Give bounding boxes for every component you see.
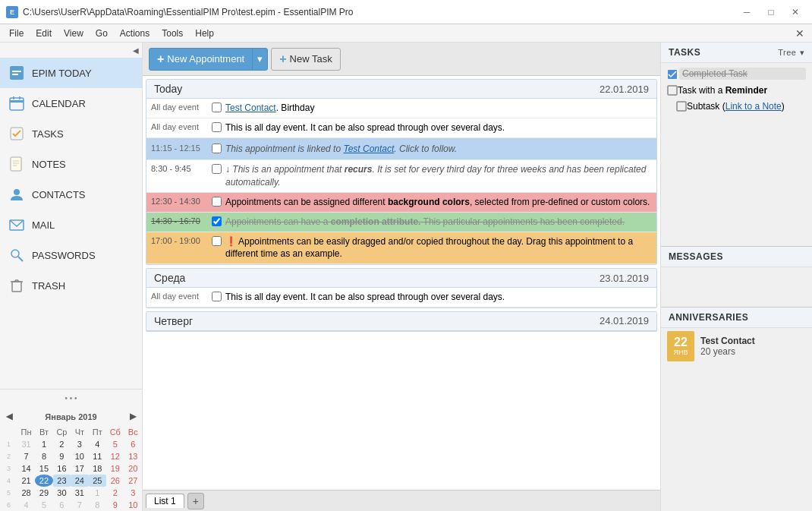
cal-day-14[interactable]: 14: [17, 462, 36, 475]
cal-day-7[interactable]: 7: [17, 450, 36, 462]
cal-day-11[interactable]: 11: [89, 450, 106, 462]
cal-day-6[interactable]: 6: [124, 438, 142, 450]
cal-day-18[interactable]: 18: [89, 462, 106, 475]
event-content-draggable: ❗Appointments can be easily dragged and/…: [225, 234, 652, 263]
birthday-contact-link[interactable]: Test Contact: [225, 103, 276, 113]
event-check-3[interactable]: [212, 141, 225, 156]
cal-day-9-next[interactable]: 9: [106, 499, 124, 511]
cal-day-6-next[interactable]: 6: [53, 499, 71, 511]
anniversary-item-1[interactable]: 22 ЯНВ Test Contact 20 years: [661, 328, 812, 364]
cal-day-26[interactable]: 26: [106, 475, 124, 487]
bgcolors-checkbox[interactable]: [212, 197, 222, 207]
cal-day-1[interactable]: 1: [35, 438, 52, 450]
sidebar-item-mail[interactable]: MAIL: [0, 210, 142, 240]
subtask-note-link[interactable]: Link to a Note: [725, 101, 782, 112]
cal-day-8-next[interactable]: 8: [89, 499, 106, 511]
cal-day-10-next[interactable]: 10: [124, 499, 142, 511]
cal-day-7-next[interactable]: 7: [71, 499, 88, 511]
cal-day-16[interactable]: 16: [53, 462, 71, 475]
event-check-4[interactable]: [212, 162, 225, 176]
new-appointment-main[interactable]: + New Appointment: [149, 49, 253, 70]
cal-day-12[interactable]: 12: [106, 450, 124, 462]
mini-cal-dots[interactable]: • • •: [61, 393, 80, 404]
recur-checkbox[interactable]: [212, 164, 222, 174]
task-check-subtask[interactable]: [676, 101, 687, 114]
cal-day-2-next[interactable]: 2: [106, 487, 124, 499]
new-appointment-dropdown[interactable]: ▾: [253, 49, 267, 70]
menu-actions[interactable]: Actions: [114, 27, 156, 40]
week-num-2: 2: [0, 450, 17, 462]
draggable-checkbox[interactable]: [212, 236, 222, 246]
cal-day-3-next[interactable]: 3: [124, 487, 142, 499]
linked-checkbox[interactable]: [212, 144, 222, 153]
cal-day-15[interactable]: 15: [35, 462, 52, 475]
tasks-view-dropdown-icon[interactable]: ▾: [800, 48, 805, 58]
menu-view[interactable]: View: [58, 27, 90, 40]
event-check-7[interactable]: [212, 234, 225, 248]
cal-day-5[interactable]: 5: [106, 438, 124, 450]
add-tab-button[interactable]: +: [187, 493, 204, 509]
close-panel-icon[interactable]: ✕: [791, 27, 809, 39]
sidebar-item-tasks[interactable]: TASKS: [0, 118, 142, 149]
menu-go[interactable]: Go: [90, 27, 114, 40]
cal-day-4-next[interactable]: 4: [17, 499, 36, 511]
wed-allday-checkbox[interactable]: [212, 292, 222, 301]
allday2-checkbox[interactable]: [212, 122, 222, 132]
sidebar-item-notes[interactable]: NOTES: [0, 149, 142, 179]
mini-cal-next[interactable]: ▶: [127, 410, 139, 423]
sidebar-item-passwords[interactable]: PASSWORDS: [0, 240, 142, 270]
task-check-completed[interactable]: [667, 69, 679, 82]
cal-day-13[interactable]: 13: [124, 450, 142, 462]
cal-day-20[interactable]: 20: [124, 462, 142, 475]
event-check-6[interactable]: [212, 214, 225, 229]
completed-checkbox[interactable]: [212, 216, 222, 226]
anniversary-info-1: Test Contact 20 years: [700, 336, 755, 357]
birthday-checkbox[interactable]: [212, 103, 222, 112]
mini-cal-prev[interactable]: ◀: [3, 410, 15, 423]
linked-contact[interactable]: Test Contact: [343, 144, 394, 154]
event-check-2[interactable]: [212, 120, 225, 134]
close-button[interactable]: ✕: [785, 4, 806, 21]
sidebar-item-epim-today[interactable]: EPIM TODAY: [0, 58, 142, 88]
cal-day-9[interactable]: 9: [53, 450, 71, 462]
cal-day-10[interactable]: 10: [71, 450, 88, 462]
event-check-wed1[interactable]: [212, 289, 225, 304]
menu-help[interactable]: Help: [189, 27, 220, 40]
cal-day-21[interactable]: 21: [17, 475, 36, 487]
cal-day-4[interactable]: 4: [89, 438, 106, 450]
sidebar-collapse-button[interactable]: ◀: [0, 43, 142, 58]
cal-day-1-next[interactable]: 1: [89, 487, 106, 499]
sidebar-item-calendar[interactable]: CALENDAR: [0, 88, 142, 118]
cal-day-29[interactable]: 29: [35, 487, 52, 499]
event-check-5[interactable]: [212, 194, 225, 209]
cal-day-2[interactable]: 2: [53, 438, 71, 450]
tasks-view-selector[interactable]: Tree ▾: [778, 48, 804, 58]
menu-file[interactable]: File: [3, 27, 30, 40]
new-appointment-button[interactable]: + New Appointment ▾: [149, 48, 268, 71]
cal-day-25[interactable]: 25: [89, 475, 106, 487]
cal-day-24[interactable]: 24: [71, 475, 88, 487]
new-task-button[interactable]: + New Task: [271, 48, 340, 71]
cal-day-8[interactable]: 8: [35, 450, 52, 462]
cal-day-28[interactable]: 28: [17, 487, 36, 499]
cal-day-27[interactable]: 27: [124, 475, 142, 487]
cal-day-5-next[interactable]: 5: [35, 499, 52, 511]
sidebar-item-contacts[interactable]: CONTACTS: [0, 179, 142, 210]
task-check-empty[interactable]: [667, 85, 678, 98]
maximize-button[interactable]: □: [760, 4, 782, 21]
tab-list1[interactable]: List 1: [146, 494, 184, 508]
cal-day-3[interactable]: 3: [71, 438, 88, 450]
cal-day-17[interactable]: 17: [71, 462, 88, 475]
right-panels: TASKS Tree ▾ Completed Task: [660, 43, 812, 511]
cal-day-30[interactable]: 30: [53, 487, 71, 499]
cal-day-19[interactable]: 19: [106, 462, 124, 475]
sidebar-item-trash[interactable]: TRASH: [0, 270, 142, 301]
minimize-button[interactable]: ─: [736, 4, 757, 21]
cal-day-23[interactable]: 23: [53, 475, 71, 487]
cal-day-31[interactable]: 31: [71, 487, 88, 499]
cal-day-22[interactable]: 22: [35, 475, 52, 487]
event-check-1[interactable]: [212, 100, 225, 115]
cal-day-31-prev[interactable]: 31: [17, 438, 36, 450]
menu-tools[interactable]: Tools: [156, 27, 189, 40]
menu-edit[interactable]: Edit: [30, 27, 58, 40]
